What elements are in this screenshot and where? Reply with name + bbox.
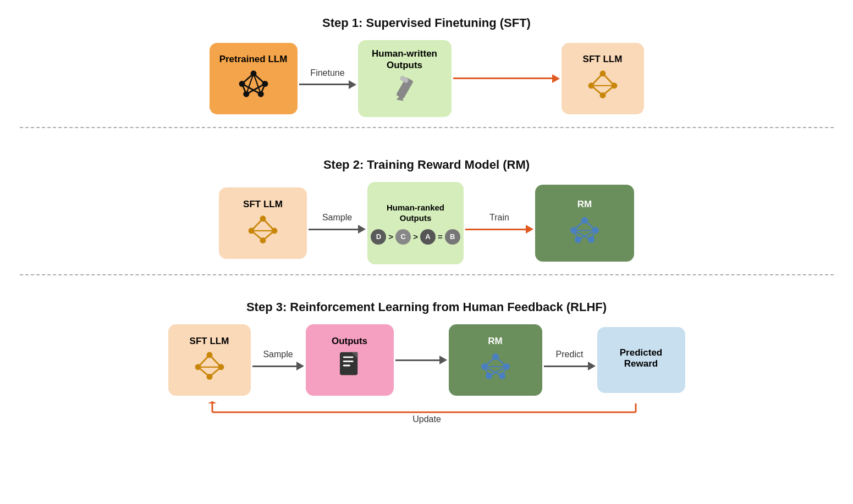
svg-line-64 bbox=[485, 357, 496, 367]
step2-sample-arrow: Sample bbox=[307, 213, 367, 234]
step3-sample-label: Sample bbox=[263, 350, 293, 359]
svg-line-51 bbox=[210, 355, 221, 367]
train-arrow: Train bbox=[464, 213, 535, 234]
rlhf-diagram: Step 1: Supervised Finetuning (SFT) Pret… bbox=[20, 10, 834, 494]
svg-line-65 bbox=[496, 357, 507, 367]
ranking-row: D > C > A = B bbox=[371, 229, 460, 245]
finetune-arrow: Finetune bbox=[298, 68, 358, 89]
svg-line-32 bbox=[263, 230, 274, 240]
pencil-icon bbox=[388, 74, 421, 108]
svg-line-39 bbox=[574, 220, 585, 230]
outputs-label: Outputs bbox=[332, 336, 367, 347]
svg-line-40 bbox=[585, 220, 596, 230]
sft-llm-box: SFT LLM bbox=[562, 43, 644, 114]
svg-line-23 bbox=[603, 85, 614, 95]
svg-line-31 bbox=[251, 230, 263, 240]
sft-arrow bbox=[452, 74, 562, 83]
step3-title: Step 3: Reinforcement Learning from Huma… bbox=[246, 300, 607, 314]
step2-section: Step 2: Training Reward Model (RM) SFT L… bbox=[20, 152, 834, 295]
badge-c: C bbox=[395, 229, 411, 245]
pretrained-llm-icon bbox=[237, 69, 270, 103]
step2-sft-llm-icon bbox=[246, 214, 279, 248]
rank-op-2: > bbox=[413, 232, 418, 241]
step3-to-rm-arrow bbox=[394, 356, 449, 364]
rm-box: RM bbox=[535, 185, 634, 262]
step3-sft-llm-box: SFT LLM bbox=[168, 324, 251, 396]
human-written-box: Human-written Outputs bbox=[358, 40, 452, 117]
document-icon bbox=[333, 350, 366, 384]
step1-section: Step 1: Supervised Finetuning (SFT) Pret… bbox=[20, 10, 834, 153]
human-written-label: Human-written Outputs bbox=[372, 48, 437, 71]
sft-llm-label: SFT LLM bbox=[583, 54, 623, 65]
svg-line-30 bbox=[263, 218, 274, 230]
step3-row: SFT LLM Sample bbox=[168, 324, 685, 396]
step3-section: Step 3: Reinforcement Learning from Huma… bbox=[20, 295, 834, 494]
step3-sample-arrow: Sample bbox=[251, 350, 306, 370]
predict-arrow: Predict bbox=[542, 350, 597, 370]
train-arrow-shape bbox=[465, 225, 533, 234]
step3-sample-arrow-shape bbox=[252, 362, 304, 370]
svg-line-52 bbox=[198, 367, 210, 377]
step1-row: Pretrained LLM bbox=[210, 40, 644, 117]
badge-d: D bbox=[371, 229, 386, 245]
svg-marker-73 bbox=[208, 401, 217, 403]
step2-sample-arrow-shape bbox=[309, 225, 366, 234]
step2-sample-label: Sample bbox=[322, 213, 352, 223]
svg-line-29 bbox=[251, 218, 263, 230]
step3-rm-label: RM bbox=[488, 336, 502, 347]
step2-sft-llm-label: SFT LLM bbox=[243, 199, 283, 210]
step2-sft-llm-box: SFT LLM bbox=[219, 187, 307, 259]
human-ranked-label: Human-ranked Outputs bbox=[387, 202, 444, 224]
step3-rm-box: RM bbox=[449, 324, 542, 396]
badge-a: A bbox=[420, 229, 436, 245]
pretrained-llm-box: Pretrained LLM bbox=[210, 43, 298, 114]
human-ranked-box: Human-ranked Outputs D > C > A = B bbox=[367, 182, 464, 264]
finetune-arrow-shape bbox=[299, 80, 356, 89]
train-label: Train bbox=[489, 213, 509, 223]
rank-op-3: = bbox=[438, 232, 443, 241]
rm-label: RM bbox=[577, 199, 592, 210]
svg-rect-57 bbox=[343, 361, 353, 362]
predicted-reward-label: Predicted Reward bbox=[620, 347, 662, 370]
step3-sft-llm-label: SFT LLM bbox=[190, 336, 229, 347]
pretrained-llm-label: Pretrained LLM bbox=[219, 54, 288, 65]
update-arrow-svg: Update bbox=[179, 401, 674, 431]
svg-line-21 bbox=[603, 73, 614, 85]
step3-to-rm-arrow-shape bbox=[395, 356, 447, 364]
svg-line-22 bbox=[591, 85, 603, 95]
sft-llm-icon bbox=[586, 69, 619, 103]
svg-line-20 bbox=[591, 73, 603, 85]
step2-row: SFT LLM Sample bbox=[219, 182, 634, 264]
badge-b: B bbox=[445, 229, 460, 245]
predict-label: Predict bbox=[556, 350, 584, 359]
step3-rm-icon bbox=[479, 350, 512, 384]
svg-rect-58 bbox=[343, 365, 350, 367]
sft-arrow-shape bbox=[453, 74, 560, 83]
rank-op-1: > bbox=[388, 232, 393, 241]
rm-icon bbox=[568, 214, 601, 248]
step1-title: Step 1: Supervised Finetuning (SFT) bbox=[322, 16, 531, 30]
finetune-label: Finetune bbox=[310, 68, 344, 78]
outputs-box: Outputs bbox=[306, 324, 394, 396]
svg-line-53 bbox=[210, 367, 221, 377]
svg-rect-56 bbox=[343, 357, 353, 358]
predict-arrow-shape bbox=[544, 362, 596, 370]
svg-line-50 bbox=[198, 355, 210, 367]
predicted-reward-box: Predicted Reward bbox=[597, 327, 685, 393]
update-arrow-wrapper: Update bbox=[179, 401, 674, 431]
step2-title: Step 2: Training Reward Model (RM) bbox=[323, 158, 530, 172]
step3-sft-llm-icon bbox=[193, 350, 226, 384]
svg-text:Update: Update bbox=[412, 414, 441, 424]
